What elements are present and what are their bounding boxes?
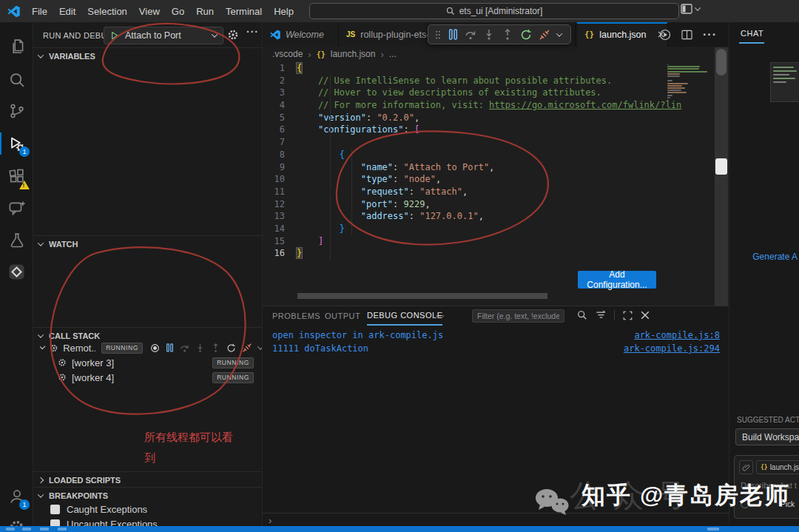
debug-console-input[interactable]: › [263, 513, 729, 526]
debug-session-row[interactable]: Remot... RUNNING [33, 340, 263, 355]
line-number[interactable]: 1 [263, 62, 297, 75]
breadcrumb[interactable]: .vscode › {} launch.json › ... [263, 47, 729, 61]
horizontal-scrollbar[interactable] [297, 293, 547, 299]
tab-welcome[interactable]: Welcome [263, 22, 339, 47]
callstack-thread-row[interactable]: [worker 3] RUNNING [33, 355, 263, 370]
tab-output[interactable]: OUTPUT [325, 306, 360, 326]
add-configuration-button[interactable]: Add Configuration... [578, 271, 656, 289]
menu-selection[interactable]: Selection [81, 0, 132, 22]
menu-file[interactable]: File [26, 0, 53, 22]
editor-scrollbar[interactable] [715, 47, 728, 306]
search-icon[interactable] [577, 310, 587, 320]
line-number[interactable]: 11 [263, 186, 297, 198]
sidebar-item-search[interactable] [0, 66, 33, 94]
line-number[interactable]: 16 [263, 247, 297, 260]
line-number[interactable]: 8 [263, 149, 297, 161]
sidebar-item-chat[interactable] [0, 195, 33, 223]
build-workspace-button[interactable]: Build Workspace [735, 428, 799, 445]
menu-help[interactable]: Help [268, 0, 300, 22]
close-panel-icon[interactable] [641, 311, 650, 320]
tab-launch-json[interactable]: {} launch.json [577, 22, 668, 47]
step-out-icon[interactable] [211, 343, 220, 353]
menu-view[interactable]: View [133, 0, 166, 22]
restart-icon[interactable] [226, 343, 236, 353]
status-bar[interactable] [0, 526, 799, 532]
breadcrumb-item[interactable]: .vscode [272, 49, 303, 59]
callstack-thread-row[interactable]: [worker 4] RUNNING [33, 370, 263, 385]
more-actions-icon[interactable]: ··· [703, 28, 717, 41]
disconnect-icon[interactable] [242, 343, 252, 353]
watch-section-header[interactable]: WATCH [33, 235, 263, 252]
line-number[interactable]: 10 [263, 173, 297, 186]
record-icon[interactable] [150, 343, 160, 353]
pause-icon[interactable] [448, 29, 458, 40]
menu-run[interactable]: Run [190, 0, 220, 22]
chevron-down-icon[interactable] [257, 343, 263, 349]
line-number[interactable]: 15 [263, 235, 297, 248]
agent-mode-icon[interactable] [741, 499, 749, 508]
menu-edit[interactable]: Edit [53, 0, 81, 22]
breadcrumb-item[interactable]: ... [389, 49, 397, 59]
restart-icon[interactable] [520, 29, 532, 41]
attach-context-button[interactable] [739, 460, 753, 474]
tab-problems[interactable]: PROBLEMS [272, 306, 320, 326]
generate-link[interactable]: Generate A [752, 252, 798, 262]
panel-more-actions-icon[interactable]: ··· [436, 306, 445, 326]
loaded-scripts-section-header[interactable]: LOADED SCRIPTS [33, 471, 263, 488]
drag-grip-icon[interactable] [434, 30, 442, 40]
breakpoint-checkbox[interactable] [50, 505, 60, 514]
model-picker[interactable]: Pick [781, 500, 795, 508]
breakpoint-checkbox[interactable] [50, 519, 60, 527]
line-number[interactable]: 9 [263, 161, 297, 174]
line-number[interactable]: 5 [263, 112, 297, 124]
sidebar-item-explorer[interactable] [0, 33, 33, 61]
minimap[interactable] [667, 64, 710, 108]
sash-handle[interactable] [715, 158, 727, 175]
pause-icon[interactable] [166, 343, 174, 352]
breakpoint-row[interactable]: Uncaught Exceptions [33, 516, 263, 526]
breadcrumb-item[interactable]: launch.json [331, 49, 376, 59]
sidebar-item-source-control[interactable] [0, 97, 33, 125]
line-number[interactable]: 14 [263, 223, 297, 235]
launch-config-dropdown[interactable]: Attach to Port [104, 27, 223, 44]
menu-terminal[interactable]: Terminal [220, 0, 268, 22]
chat-attachment-thumbnail[interactable] [770, 62, 799, 102]
line-number[interactable]: 7 [263, 136, 297, 149]
context-chip[interactable]: {} launch.json [756, 460, 799, 474]
chat-input-box[interactable]: {} launch.json Describe what t Pick [734, 455, 799, 519]
sidebar-item-extensions[interactable] [0, 162, 33, 190]
sidebar-more-actions-button[interactable]: ··· [246, 26, 259, 38]
maximize-panel-icon[interactable] [623, 311, 633, 320]
sidebar-item-testing[interactable] [0, 226, 33, 255]
debug-settings-gear-button[interactable] [227, 29, 239, 41]
sidebar-item-run-debug[interactable]: 1 [0, 129, 33, 158]
breakpoints-section-header[interactable]: BREAKPOINTS [33, 487, 263, 503]
scrollbar-handle[interactable] [716, 49, 726, 75]
filter-icon[interactable] [596, 310, 606, 320]
step-into-icon[interactable] [483, 29, 495, 41]
console-source-link[interactable]: ark-compile.js:294 [624, 343, 720, 354]
disconnect-icon[interactable] [539, 29, 550, 41]
step-over-icon[interactable] [465, 29, 476, 41]
step-over-icon[interactable] [180, 343, 189, 353]
line-number[interactable]: 2 [263, 75, 297, 87]
console-filter-input[interactable] [472, 309, 564, 323]
run-or-debug-icon[interactable] [659, 29, 671, 41]
chevron-down-icon[interactable] [556, 30, 562, 36]
variables-section-header[interactable]: VARIABLES [33, 47, 263, 64]
line-number[interactable]: 6 [263, 124, 297, 136]
console-source-link[interactable]: ark-compile.js:8 [634, 330, 720, 340]
menu-go[interactable]: Go [166, 0, 190, 22]
account-button[interactable]: 1 [0, 482, 33, 511]
sidebar-item-extension-logo[interactable] [0, 257, 33, 286]
start-debug-icon[interactable] [110, 31, 119, 40]
command-center[interactable]: ets_ui [Administrator] [309, 3, 679, 19]
tab-chat[interactable]: CHAT [741, 29, 763, 38]
code-editor[interactable]: 1{2 // Use IntelliSense to learn about p… [263, 62, 666, 260]
breakpoint-row[interactable]: Caught Exceptions [33, 502, 263, 516]
split-editor-icon[interactable] [681, 30, 692, 40]
step-into-icon[interactable] [195, 343, 205, 353]
layout-toggle-button[interactable] [681, 4, 700, 14]
line-number[interactable]: 4 [263, 99, 297, 112]
line-number[interactable]: 13 [263, 210, 297, 223]
